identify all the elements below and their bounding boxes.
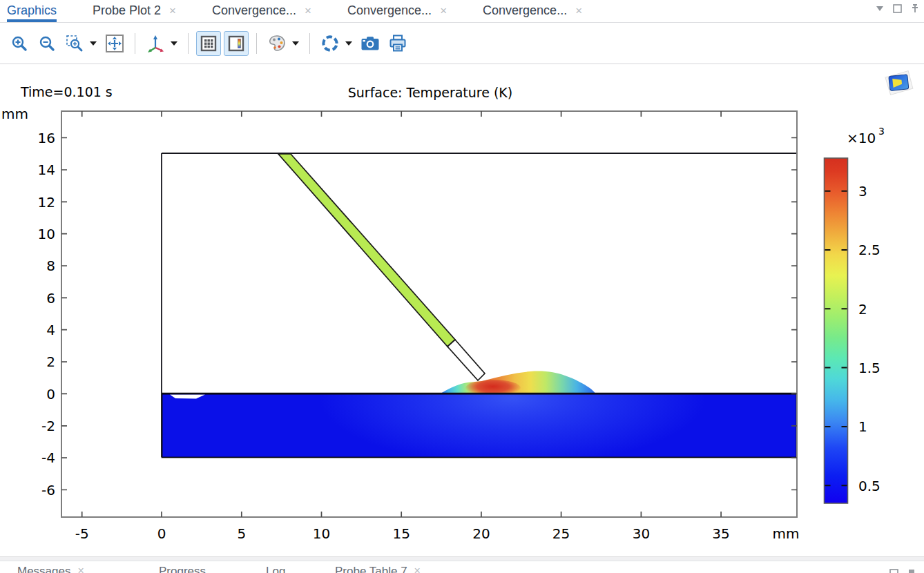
svg-text:30: 30 bbox=[633, 525, 650, 542]
zoom-in-icon bbox=[10, 35, 28, 52]
comsol-plot-logo-icon[interactable] bbox=[885, 70, 913, 95]
zoom-box-dropdown-icon[interactable] bbox=[90, 41, 97, 46]
maximize-icon[interactable] bbox=[893, 4, 902, 13]
svg-text:5: 5 bbox=[237, 525, 246, 542]
tab-label: Graphics bbox=[7, 3, 57, 18]
snapshot-button[interactable] bbox=[358, 31, 383, 56]
tab-label: Probe Plot 2 bbox=[93, 3, 161, 18]
svg-text:1: 1 bbox=[858, 418, 867, 435]
svg-text:0: 0 bbox=[157, 525, 166, 542]
tab-label: Probe Table 7 bbox=[335, 565, 407, 573]
svg-text:-6: -6 bbox=[41, 482, 55, 498]
close-icon[interactable]: × bbox=[77, 565, 84, 573]
grid-icon bbox=[200, 35, 218, 52]
zoom-extents-icon bbox=[105, 34, 124, 53]
svg-text:16: 16 bbox=[38, 130, 55, 146]
zoom-out-icon bbox=[38, 35, 56, 52]
graphics-canvas[interactable]: Time=0.101 s Surface: Temperature (K) mm… bbox=[0, 65, 924, 556]
svg-text:35: 35 bbox=[712, 525, 729, 542]
x-axis-labels: -5 0 5 10 15 20 25 30 35 bbox=[75, 525, 730, 542]
tab-label: Progress bbox=[159, 565, 206, 573]
close-icon[interactable]: × bbox=[414, 565, 421, 573]
tab-label: Log bbox=[266, 565, 285, 573]
maximize-icon[interactable] bbox=[889, 567, 898, 573]
printer-icon bbox=[388, 34, 407, 53]
graphics-tabbar: Graphics Probe Plot 2 × Convergence... ×… bbox=[0, 0, 924, 23]
minimize-icon[interactable] bbox=[872, 567, 881, 573]
tab-convergence-1[interactable]: Convergence... × bbox=[212, 0, 311, 22]
tab-graphics[interactable]: Graphics bbox=[7, 0, 57, 22]
view-axes-dropdown-icon[interactable] bbox=[171, 41, 177, 46]
scene-light-dropdown-icon[interactable] bbox=[345, 41, 352, 46]
y-axis-labels: 16 14 12 10 8 6 4 2 0 -2 -4 -6 bbox=[38, 130, 55, 498]
svg-text:10: 10 bbox=[313, 525, 330, 542]
svg-text:2.5: 2.5 bbox=[858, 242, 880, 258]
svg-text:25: 25 bbox=[552, 525, 570, 542]
toolbar-separator bbox=[256, 33, 257, 54]
close-icon[interactable]: × bbox=[440, 5, 447, 17]
svg-text:1.5: 1.5 bbox=[858, 360, 880, 376]
svg-text:3: 3 bbox=[858, 183, 867, 200]
tab-progress[interactable]: Progress bbox=[159, 565, 206, 573]
plot-title: Surface: Temperature (K) bbox=[348, 85, 513, 100]
svg-text:0: 0 bbox=[46, 386, 55, 402]
svg-text:4: 4 bbox=[46, 322, 55, 338]
scene-light-button[interactable] bbox=[318, 31, 343, 56]
tab-convergence-3[interactable]: Convergence... × bbox=[483, 0, 582, 22]
svg-text:0.5: 0.5 bbox=[858, 478, 880, 494]
model-geometry bbox=[162, 153, 797, 458]
tab-label: Convergence... bbox=[483, 3, 567, 18]
tab-convergence-2[interactable]: Convergence... × bbox=[347, 0, 447, 22]
svg-text:12: 12 bbox=[38, 194, 55, 211]
electrode-tip bbox=[447, 340, 485, 380]
svg-text:8: 8 bbox=[46, 258, 55, 274]
toolbar-separator bbox=[135, 33, 135, 54]
zoom-in-button[interactable] bbox=[7, 31, 32, 56]
bottom-panel-tabbar: Messages × Progress Log Probe Table 7 × bbox=[0, 556, 924, 573]
electrode-rod bbox=[278, 154, 455, 347]
camera-icon bbox=[360, 35, 380, 52]
legend-colorbar-icon bbox=[227, 35, 245, 52]
bottom-panel-strip bbox=[0, 557, 924, 561]
svg-text:2: 2 bbox=[46, 353, 55, 370]
tab-label: Convergence... bbox=[212, 3, 296, 18]
bottom-panel-window-controls bbox=[872, 567, 916, 573]
tab-probe-plot-2[interactable]: Probe Plot 2 × bbox=[93, 0, 176, 22]
tab-probe-table-7[interactable]: Probe Table 7 × bbox=[335, 565, 421, 573]
svg-text:6: 6 bbox=[46, 290, 55, 307]
graphics-toolbar bbox=[0, 23, 924, 64]
pin-icon[interactable] bbox=[910, 3, 920, 13]
close-icon[interactable]: × bbox=[305, 5, 311, 17]
svg-text:-5: -5 bbox=[75, 525, 89, 542]
tab-log[interactable]: Log bbox=[266, 565, 285, 573]
temperature-colorbar: ×10 3 3 2.5 2 1.5 1 0.5 bbox=[825, 126, 885, 503]
colorbar-exponent: 3 bbox=[878, 126, 885, 137]
panel-menu-dropdown-icon[interactable] bbox=[875, 4, 885, 12]
svg-text:2: 2 bbox=[858, 301, 867, 318]
svg-text:15: 15 bbox=[392, 525, 410, 542]
pin-icon[interactable] bbox=[907, 567, 916, 573]
view-axes-icon bbox=[146, 34, 165, 53]
show-legends-button[interactable] bbox=[224, 31, 249, 56]
print-button[interactable] bbox=[385, 31, 410, 56]
toolbar-separator bbox=[188, 33, 189, 54]
show-grid-button[interactable] bbox=[196, 31, 221, 56]
zoom-extents-button[interactable] bbox=[102, 31, 127, 56]
color-theme-button[interactable] bbox=[264, 31, 289, 56]
shutter-icon bbox=[320, 34, 340, 53]
colorbar-labels: 3 2.5 2 1.5 1 0.5 bbox=[858, 183, 880, 494]
view-axes-button[interactable] bbox=[143, 31, 168, 56]
svg-text:14: 14 bbox=[38, 162, 55, 178]
color-theme-dropdown-icon[interactable] bbox=[292, 41, 299, 46]
close-icon[interactable]: × bbox=[169, 5, 176, 17]
tab-messages[interactable]: Messages × bbox=[17, 565, 84, 573]
zoom-out-button[interactable] bbox=[35, 31, 59, 56]
svg-text:-4: -4 bbox=[41, 449, 55, 466]
y-axis-unit: mm bbox=[1, 106, 28, 122]
svg-text:20: 20 bbox=[472, 525, 490, 542]
temperature-surface-plot: Time=0.101 s Surface: Temperature (K) mm… bbox=[0, 65, 924, 556]
tab-label: Convergence... bbox=[347, 3, 432, 18]
close-icon[interactable]: × bbox=[575, 5, 582, 17]
zoom-box-button[interactable] bbox=[62, 31, 87, 56]
x-axis-unit: mm bbox=[773, 525, 800, 542]
